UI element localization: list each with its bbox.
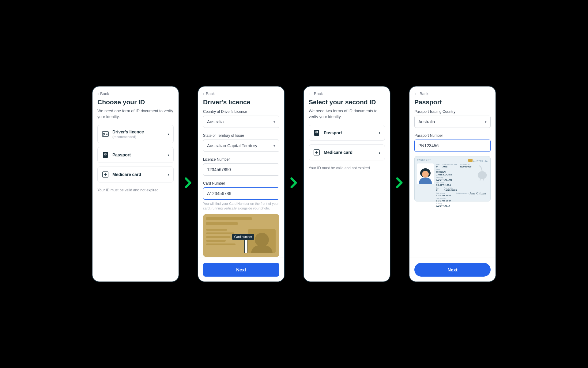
option-passport[interactable]: Passport ›	[309, 125, 385, 141]
country-value: Australia	[207, 119, 224, 124]
chip-icon	[468, 159, 473, 162]
back-button[interactable]: ← Back	[414, 91, 491, 96]
svg-rect-0	[102, 132, 108, 136]
flow-arrow-icon	[396, 177, 403, 191]
card-number-value: A123456789	[207, 191, 231, 196]
card-number-helper: You will find your Card Number on the fr…	[203, 201, 279, 211]
passport-number-label: Passport Number	[414, 133, 491, 138]
card-number-input[interactable]: A123456789	[203, 187, 279, 200]
svg-line-15	[480, 178, 481, 181]
licence-illustration: Card number	[203, 214, 279, 257]
arrow-left-icon: ←	[414, 92, 418, 96]
option-drivers-licence[interactable]: Driver's licence (recommended) ›	[97, 125, 174, 143]
back-label: Back	[420, 91, 428, 96]
arrow-left-icon: ←	[309, 92, 312, 96]
state-value: Australian Capital Territory	[207, 143, 257, 148]
chevron-right-icon: ›	[379, 130, 380, 135]
screen-second-id: ← Back Select your second ID We need two…	[303, 86, 390, 282]
next-label: Next	[236, 267, 246, 272]
back-button[interactable]: ← Back	[309, 91, 385, 96]
page-title: Choose your ID	[97, 98, 174, 106]
passport-illustration: PASSPORT AUSTRALIA TypeP Code of Issuing…	[414, 156, 491, 201]
chevron-right-icon: ›	[168, 152, 169, 157]
validity-note: Your ID must be valid and not expired	[309, 166, 385, 170]
page-title: Driver's licence	[203, 98, 279, 106]
back-label: Back	[206, 91, 215, 96]
chevron-right-icon: ›	[168, 132, 169, 136]
medicare-icon	[313, 149, 320, 156]
issuing-country-value: Australia	[418, 119, 435, 124]
licence-number-label: Licence Number	[203, 157, 279, 162]
state-label: State or Territory of Issue	[203, 133, 279, 138]
page-title: Passport	[414, 98, 491, 106]
option-label: Medicare card	[112, 172, 164, 177]
id-card-icon	[102, 131, 109, 137]
option-medicare[interactable]: Medicare card ›	[309, 144, 385, 160]
svg-point-14	[478, 171, 487, 179]
back-button[interactable]: ‹ Back	[203, 91, 279, 96]
issuing-country-label: Passport Issuing Country	[414, 109, 491, 114]
option-passport[interactable]: Passport ›	[97, 147, 174, 163]
next-button[interactable]: Next	[414, 263, 491, 277]
screen-drivers-licence: ‹ Back Driver's licence Country of Drive…	[198, 86, 285, 282]
screen-choose-id: ‹ Back Choose your ID We need one form o…	[92, 86, 179, 282]
page-subtitle: We need two forms of ID documents to ver…	[309, 108, 385, 120]
next-label: Next	[447, 267, 458, 272]
chevron-right-icon: ›	[379, 150, 380, 155]
option-label: Passport	[112, 152, 164, 157]
option-medicare[interactable]: Medicare card ›	[97, 167, 174, 182]
licence-number-input[interactable]: 1234567890	[203, 163, 279, 176]
onboarding-flow: ‹ Back Choose your ID We need one form o…	[92, 86, 496, 282]
back-button[interactable]: ‹ Back	[97, 91, 174, 96]
back-label: Back	[100, 91, 109, 96]
passport-top-right: AUSTRALIA	[473, 160, 488, 162]
chevron-left-icon: ‹	[203, 92, 204, 96]
state-select[interactable]: Australian Capital Territory ▾	[203, 140, 279, 152]
svg-line-16	[483, 178, 484, 181]
passport-number-input[interactable]: PN123456	[414, 140, 491, 152]
passport-number-value: PN123456	[418, 143, 439, 148]
chevron-down-icon: ▾	[273, 144, 275, 148]
country-label: Country of Driver's Licence	[203, 109, 279, 114]
medicare-icon	[102, 171, 109, 178]
country-select[interactable]: Australia ▾	[203, 116, 279, 128]
issuing-country-select[interactable]: Australia ▾	[414, 116, 491, 128]
chevron-left-icon: ‹	[97, 92, 99, 96]
chevron-down-icon: ▾	[485, 120, 487, 124]
coat-of-arms-icon	[474, 164, 488, 181]
screen-passport: ← Back Passport Passport Issuing Country…	[409, 86, 496, 282]
chevron-right-icon: ›	[168, 172, 169, 177]
passport-icon	[313, 129, 320, 136]
page-title: Select your second ID	[309, 98, 385, 106]
page-subtitle: We need one form of ID document to verif…	[97, 108, 174, 120]
passport-top-left: PASSPORT	[417, 159, 431, 162]
flow-arrow-icon	[290, 177, 298, 191]
passport-icon	[102, 151, 109, 158]
option-label: Driver's licence	[112, 129, 164, 134]
flow-arrow-icon	[185, 177, 192, 191]
card-number-label: Card Number	[203, 181, 279, 186]
licence-number-value: 1234567890	[207, 167, 231, 172]
validity-note: Your ID must be valid and not expired	[97, 188, 174, 192]
card-number-badge: Card number	[232, 234, 254, 240]
passport-photo	[417, 163, 434, 184]
option-label: Medicare card	[324, 150, 375, 155]
next-button[interactable]: Next	[203, 263, 279, 277]
option-sublabel: (recommended)	[112, 135, 164, 139]
option-label: Passport	[324, 130, 375, 135]
svg-point-1	[104, 133, 105, 134]
back-label: Back	[314, 91, 323, 96]
chevron-down-icon: ▾	[273, 120, 275, 124]
passport-signature: Jane Citizen	[469, 191, 486, 195]
